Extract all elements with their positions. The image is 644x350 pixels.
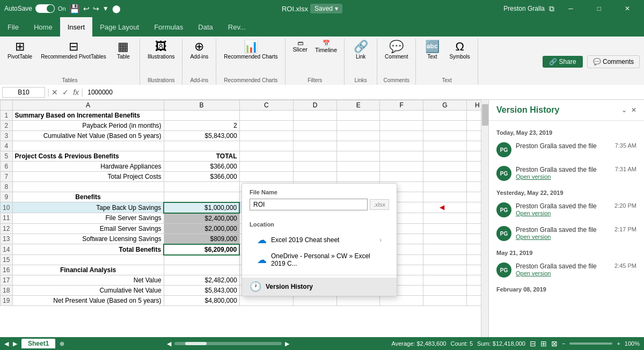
open-version-link-3[interactable]: Open version	[516, 234, 610, 240]
recommended-charts-button[interactable]: 📊 Recommended Charts	[221, 39, 281, 62]
formula-input[interactable]	[85, 88, 642, 97]
cell-b4[interactable]	[164, 141, 239, 151]
zoom-out-icon[interactable]: −	[562, 340, 565, 347]
location-onedrive[interactable]: ☁ OneDrive - Personal » CW » Excel 2019 …	[250, 249, 389, 271]
cell-a13[interactable]: Software Licensing Savings	[12, 234, 164, 244]
cell-b14[interactable]: $6,209,000	[164, 244, 239, 255]
add-sheet-icon[interactable]: ⊕	[60, 340, 64, 347]
cell-e3[interactable]	[336, 131, 380, 141]
cell-b10[interactable]: $1,000,000	[164, 202, 239, 213]
illustrations-button[interactable]: 🖼 Illustrations	[144, 39, 178, 62]
cell-e1[interactable]	[336, 111, 380, 121]
cell-f1[interactable]	[380, 111, 423, 121]
tab-insert[interactable]: Insert	[60, 17, 93, 37]
cell-a18[interactable]: Cumulative Net Value	[12, 286, 164, 296]
cancel-icon[interactable]: ✕	[52, 88, 58, 97]
nav-prev-icon[interactable]: ◀	[4, 340, 9, 347]
maximize-button[interactable]: □	[587, 0, 611, 17]
comment-button[interactable]: 💬 Comment	[382, 39, 411, 62]
saved-indicator[interactable]: Saved ▾	[310, 4, 342, 13]
cell-e2[interactable]	[336, 121, 380, 131]
confirm-icon[interactable]: ✓	[62, 88, 69, 97]
normal-view-icon[interactable]: ⊟	[530, 339, 536, 348]
cell-d3[interactable]	[294, 131, 337, 141]
col-header-b[interactable]: B	[164, 100, 239, 111]
cell-b6[interactable]: $366,000	[164, 162, 239, 172]
comments-header-button[interactable]: 💬 Comments	[587, 55, 640, 68]
cell-f3[interactable]	[380, 131, 423, 141]
cell-d2[interactable]	[294, 121, 337, 131]
close-panel-icon[interactable]: ✕	[631, 106, 636, 114]
timeline-button[interactable]: 📅 Timeline	[312, 39, 340, 54]
tab-review[interactable]: Rev...	[221, 17, 253, 37]
cell-a6[interactable]: Hardware Appliances	[12, 162, 164, 172]
cell-a16[interactable]: Financial Analysis	[12, 265, 164, 275]
cell-g3[interactable]	[423, 131, 467, 141]
recommended-pivot-tables-button[interactable]: ⊟ Recommended PivotTables	[38, 39, 109, 62]
minimize-button[interactable]: ─	[559, 0, 583, 17]
cell-a11[interactable]: File Server Savings	[12, 213, 164, 224]
link-button[interactable]: 🔗 Link	[349, 39, 372, 62]
addins-button[interactable]: ⊕ Add-ins	[187, 39, 211, 62]
cell-a9[interactable]: Benefits	[12, 192, 164, 202]
cell-b17[interactable]: $2,482,000	[164, 275, 239, 286]
cell-c4[interactable]	[239, 141, 294, 151]
cell-a12[interactable]: Email Server Savings	[12, 223, 164, 234]
cell-b9[interactable]	[164, 192, 239, 202]
close-button[interactable]: ✕	[616, 0, 640, 17]
cell-b18[interactable]: $5,843,000	[164, 286, 239, 296]
customize-icon[interactable]: ▼	[103, 5, 109, 12]
cell-a4[interactable]	[12, 141, 164, 151]
scroll-right-icon[interactable]: ▶	[285, 340, 289, 347]
cell-a3[interactable]: Cumulative Net Value (Based on 5 years)	[12, 131, 164, 141]
cell-b7[interactable]: $366,000	[164, 172, 239, 182]
open-version-link-4[interactable]: Open version	[516, 270, 610, 276]
file-name-input[interactable]	[250, 199, 368, 210]
chevron-down-icon[interactable]: ⌄	[621, 106, 627, 114]
cell-b19[interactable]: $4,800,000	[164, 296, 239, 306]
cell-b2[interactable]: 2	[164, 121, 239, 131]
cell-a14[interactable]: Total Benefits	[12, 244, 164, 255]
cell-c1[interactable]	[239, 111, 294, 121]
cell-c3[interactable]	[239, 131, 294, 141]
vertical-scrollbar[interactable]	[481, 100, 488, 337]
cell-b5[interactable]: TOTAL	[164, 151, 239, 162]
table-button[interactable]: ▦ Table	[112, 39, 135, 62]
page-layout-icon[interactable]: ⊞	[540, 339, 547, 348]
col-header-g[interactable]: G	[423, 100, 467, 111]
horizontal-scrollbar[interactable]	[174, 342, 282, 345]
page-break-icon[interactable]: ⊠	[551, 339, 558, 348]
autosave-toggle[interactable]	[35, 4, 55, 13]
symbols-button[interactable]: Ω Symbols	[446, 39, 473, 62]
nav-next-icon[interactable]: ▶	[13, 340, 17, 347]
save-icon[interactable]: 💾	[69, 4, 80, 14]
cell-b13[interactable]: $809,000	[164, 234, 239, 244]
restore-icon[interactable]: ⧉	[549, 4, 554, 13]
text-button[interactable]: 🔤 Text	[420, 39, 444, 62]
cell-a8[interactable]	[12, 182, 164, 192]
cell-b11[interactable]: $2,400,000	[164, 213, 239, 224]
cell-b8[interactable]	[164, 182, 239, 192]
zoom-in-icon[interactable]: +	[617, 340, 620, 347]
col-header-f[interactable]: F	[380, 100, 423, 111]
share-button[interactable]: 🔗 Share	[543, 56, 582, 68]
scroll-left-icon[interactable]: ◀	[167, 340, 171, 347]
cell-b3[interactable]: $5,843,000	[164, 131, 239, 141]
cell-b1[interactable]	[164, 111, 239, 121]
location-excel-cheatsheet[interactable]: ☁ Excel 2019 Cheat sheet ›	[250, 231, 389, 249]
cell-a1[interactable]: Summary Based on Incremental Benefits	[12, 111, 164, 121]
cell-f2[interactable]	[380, 121, 423, 131]
cell-g2[interactable]	[423, 121, 467, 131]
cell-c2[interactable]	[239, 121, 294, 131]
fx-icon[interactable]: fx	[73, 88, 79, 97]
col-header-d[interactable]: D	[294, 100, 337, 111]
col-header-e[interactable]: E	[336, 100, 380, 111]
cell-a2[interactable]: Payback Period (in months)	[12, 121, 164, 131]
cell-g1[interactable]	[423, 111, 467, 121]
redo-icon[interactable]: ↪	[93, 4, 99, 13]
tab-file[interactable]: File	[0, 17, 26, 37]
col-header-a[interactable]: A	[12, 100, 164, 111]
pivot-table-button[interactable]: ⊞ PivotTable	[4, 39, 35, 62]
slicer-button[interactable]: 🗃 Slicer	[290, 39, 310, 54]
cell-b12[interactable]: $2,000,000	[164, 223, 239, 234]
